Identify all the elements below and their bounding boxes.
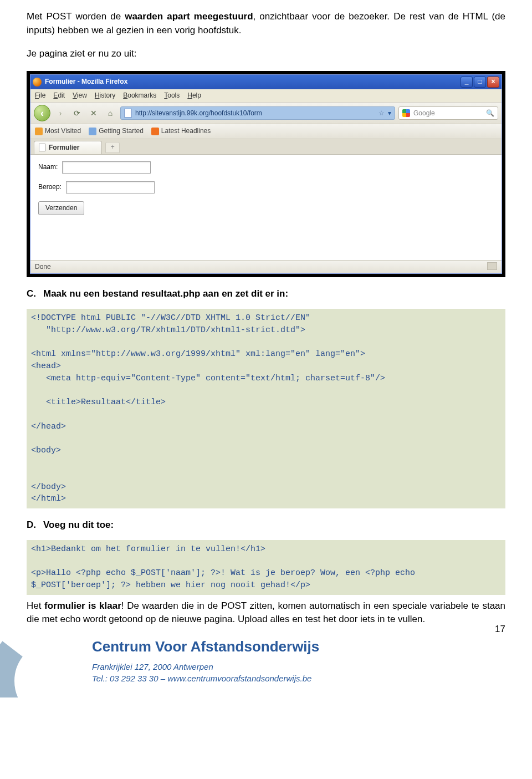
- input-beroep[interactable]: [66, 181, 155, 194]
- url-text: http://sitevanstijn.99k.org/hoofdstuk10/…: [135, 109, 262, 118]
- svg-point-0: [2, 628, 107, 697]
- close-button[interactable]: ×: [487, 77, 499, 88]
- search-placeholder: Google: [413, 109, 435, 118]
- status-text: Done: [35, 262, 51, 272]
- stop-button[interactable]: ✕: [87, 106, 100, 120]
- url-dropdown-icon[interactable]: ▾: [388, 109, 391, 118]
- footer-title: Centrum Voor Afstandsonderwijs: [92, 637, 505, 658]
- rss-icon: [151, 128, 159, 135]
- status-resize-grip: [487, 262, 497, 270]
- footer: Centrum Voor Afstandsonderwijs Frankrijk…: [27, 637, 505, 697]
- paragraph-formulier-klaar: Het formulier is klaar! De waarden die i…: [27, 599, 505, 627]
- menu-view[interactable]: View: [73, 91, 87, 100]
- window-titlebar: Formulier - Mozilla Firefox _ □ ×: [30, 75, 502, 89]
- bookmark-getting-started[interactable]: Getting Started: [89, 126, 144, 136]
- reload-button[interactable]: ⟳: [70, 106, 84, 120]
- bookmark-most-visited[interactable]: Most Visited: [35, 126, 81, 136]
- menu-file[interactable]: File: [35, 91, 45, 100]
- tab-bar: Formulier +: [30, 139, 502, 155]
- footer-address: Frankrijklei 127, 2000 Antwerpen: [92, 661, 505, 673]
- paragraph-post-intro: Met POST worden de waarden apart meegest…: [27, 10, 505, 37]
- footer-tel: Tel.: 03 292 33 30 – www.centrumvoorafst…: [92, 673, 505, 685]
- google-icon: [402, 109, 410, 117]
- input-naam[interactable]: [62, 161, 151, 174]
- page-number: 17: [495, 623, 505, 637]
- section-d-heading: D. Voeg nu dit toe:: [27, 518, 505, 532]
- bookmark-toolbar: Most Visited Getting Started Latest Head…: [30, 124, 502, 139]
- page-icon: [89, 128, 96, 135]
- status-bar: Done: [30, 260, 502, 273]
- bookmark-latest-headlines[interactable]: Latest Headlines: [151, 126, 211, 136]
- code-block-toevoeging: <h1>Bedankt om het formulier in te vulle…: [27, 540, 505, 595]
- page-icon: [124, 109, 132, 118]
- section-c-heading: C. Maak nu een bestand resultaat.php aan…: [27, 287, 505, 301]
- menu-edit[interactable]: Edit: [53, 91, 65, 100]
- firefox-icon: [33, 78, 42, 86]
- tab-formulier[interactable]: Formulier: [34, 141, 102, 154]
- menu-history[interactable]: History: [95, 91, 115, 100]
- search-box[interactable]: Google 🔍: [398, 106, 498, 120]
- tab-icon: [39, 144, 45, 151]
- paragraph-pagina-ziet: Je pagina ziet er nu zo uit:: [27, 47, 505, 61]
- label-beroep: Beroep:: [38, 182, 62, 192]
- menu-tools[interactable]: Tools: [164, 91, 180, 100]
- back-button[interactable]: ‹: [34, 105, 50, 121]
- minimize-button[interactable]: _: [461, 77, 473, 88]
- home-button[interactable]: ⌂: [104, 106, 117, 120]
- firefox-screenshot: Formulier - Mozilla Firefox _ □ × File E…: [27, 71, 505, 278]
- bookmark-star-icon[interactable]: ☆: [378, 109, 385, 118]
- star-icon: [35, 128, 43, 135]
- maximize-button[interactable]: □: [474, 77, 486, 88]
- submit-button[interactable]: Verzenden: [38, 201, 84, 215]
- window-title: Formulier - Mozilla Firefox: [45, 77, 127, 86]
- menu-bar: File Edit View History Bookmarks Tools H…: [30, 89, 502, 103]
- search-icon[interactable]: 🔍: [486, 109, 494, 118]
- forward-button[interactable]: ›: [54, 106, 67, 120]
- new-tab-button[interactable]: +: [105, 142, 120, 153]
- toolbar: ‹ › ⟳ ✕ ⌂ http://sitevanstijn.99k.org/ho…: [30, 103, 502, 124]
- code-block-resultaat: <!DOCTYPE html PUBLIC "-//W3C//DTD XHTML…: [27, 309, 505, 508]
- label-naam: Naam:: [38, 162, 58, 172]
- menu-help[interactable]: Help: [187, 91, 201, 100]
- page-content: Naam: Beroep: Verzenden: [30, 155, 502, 260]
- address-bar[interactable]: http://sitevanstijn.99k.org/hoofdstuk10/…: [120, 106, 395, 120]
- menu-bookmarks[interactable]: Bookmarks: [123, 91, 156, 100]
